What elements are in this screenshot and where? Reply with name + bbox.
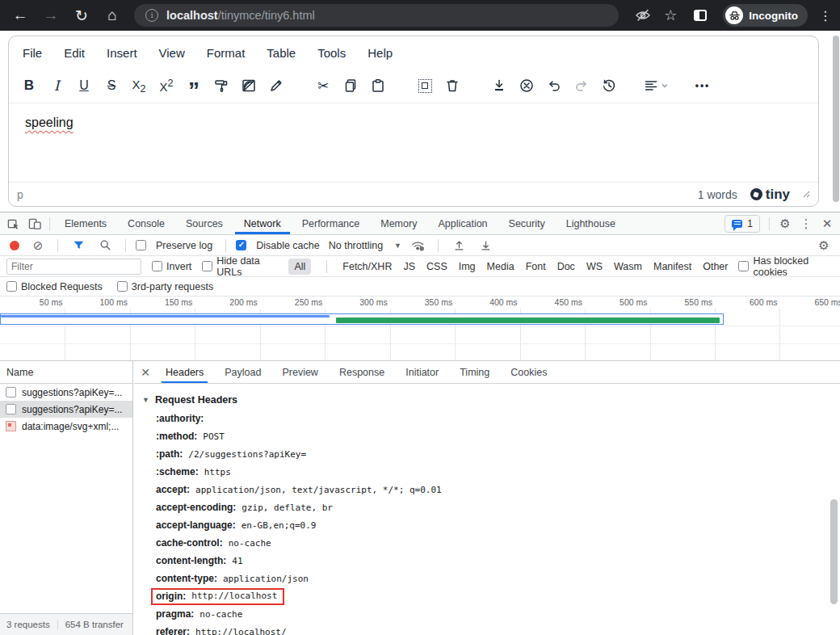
insert-image-icon[interactable] bbox=[235, 74, 262, 98]
blocked-requests-checkbox[interactable]: Blocked Requests bbox=[6, 281, 103, 292]
editor-content[interactable]: speeling bbox=[9, 103, 818, 178]
site-info-icon[interactable] bbox=[145, 9, 158, 22]
tab-security[interactable]: Security bbox=[498, 212, 556, 234]
filter-type-ws[interactable]: WS bbox=[586, 261, 603, 272]
forward-icon[interactable]: → bbox=[36, 6, 66, 24]
clear-icon[interactable]: ⊘ bbox=[28, 238, 48, 253]
tab-performance[interactable]: Performance bbox=[292, 212, 371, 234]
devtools-close-icon[interactable]: ✕ bbox=[817, 217, 837, 231]
select-all-icon[interactable] bbox=[411, 74, 439, 98]
save-icon[interactable] bbox=[485, 74, 513, 98]
resize-handle-icon[interactable] bbox=[803, 191, 810, 198]
italic-icon[interactable]: I bbox=[43, 74, 70, 98]
misspelled-word[interactable]: speeling bbox=[25, 116, 74, 129]
delete-icon[interactable] bbox=[439, 74, 466, 98]
filter-type-css[interactable]: CSS bbox=[426, 261, 447, 272]
address-bar[interactable]: localhost/tinymce/tiny6.html bbox=[134, 4, 619, 27]
disable-cache-label[interactable]: Disable cache bbox=[256, 240, 320, 251]
reload-icon[interactable]: ↻ bbox=[66, 6, 97, 25]
side-panel-icon[interactable] bbox=[694, 10, 707, 21]
word-count[interactable]: 1 words bbox=[698, 188, 737, 201]
network-settings-icon[interactable]: ⚙ bbox=[814, 238, 834, 253]
devtools-settings-icon[interactable]: ⚙ bbox=[775, 217, 795, 231]
filter-type-fetchxhr[interactable]: Fetch/XHR bbox=[342, 261, 392, 272]
blockquote-icon[interactable]: ” bbox=[180, 74, 208, 98]
back-icon[interactable]: ← bbox=[5, 6, 36, 24]
export-har-icon[interactable] bbox=[475, 235, 496, 255]
details-close-icon[interactable]: ✕ bbox=[136, 366, 155, 379]
details-tab-headers[interactable]: Headers bbox=[155, 361, 214, 383]
details-tab-initiator[interactable]: Initiator bbox=[395, 361, 449, 383]
tab-network[interactable]: Network bbox=[233, 212, 292, 234]
menu-help[interactable]: Help bbox=[368, 46, 393, 60]
home-icon[interactable]: ⌂ bbox=[97, 6, 128, 24]
permanent-pen-icon[interactable] bbox=[262, 74, 290, 98]
filter-type-font[interactable]: Font bbox=[526, 261, 546, 272]
details-tab-timing[interactable]: Timing bbox=[449, 361, 500, 383]
copy-icon[interactable] bbox=[337, 74, 364, 98]
format-painter-icon[interactable] bbox=[208, 74, 235, 98]
filter-type-wasm[interactable]: Wasm bbox=[614, 261, 642, 272]
redo-icon[interactable] bbox=[568, 74, 595, 98]
menu-format[interactable]: Format bbox=[207, 46, 246, 60]
details-tab-payload[interactable]: Payload bbox=[214, 361, 271, 383]
inspect-element-icon[interactable] bbox=[3, 212, 24, 234]
tiny-brand[interactable]: tiny bbox=[750, 187, 790, 203]
third-party-requests-checkbox[interactable]: 3rd-party requests bbox=[117, 281, 213, 292]
network-search-icon[interactable] bbox=[94, 235, 116, 255]
element-path[interactable]: p bbox=[17, 188, 23, 201]
throttling-select[interactable]: No throttling▼ bbox=[329, 240, 401, 251]
incognito-badge[interactable]: Incognito bbox=[723, 4, 808, 27]
filter-funnel-icon[interactable] bbox=[68, 235, 89, 255]
import-har-icon[interactable] bbox=[448, 235, 469, 255]
filter-type-all[interactable]: All bbox=[288, 259, 311, 275]
filter-type-manifest[interactable]: Manifest bbox=[653, 261, 691, 272]
issues-button[interactable]: 1 bbox=[724, 215, 760, 233]
request-row[interactable]: suggestions?apiKey=... bbox=[0, 401, 132, 418]
tab-lighthouse[interactable]: Lighthouse bbox=[556, 212, 626, 234]
tab-console[interactable]: Console bbox=[117, 212, 175, 234]
details-tab-preview[interactable]: Preview bbox=[271, 361, 328, 383]
menu-view[interactable]: View bbox=[159, 46, 185, 60]
tab-elements[interactable]: Elements bbox=[54, 212, 117, 234]
details-tab-response[interactable]: Response bbox=[329, 361, 395, 383]
menu-insert[interactable]: Insert bbox=[107, 46, 137, 60]
menu-tools[interactable]: Tools bbox=[317, 46, 346, 60]
hide-data-urls-checkbox[interactable]: Hide data URLs bbox=[202, 255, 278, 278]
restore-draft-icon[interactable] bbox=[595, 74, 623, 98]
network-conditions-icon[interactable] bbox=[407, 235, 428, 255]
more-icon[interactable]: ••• bbox=[689, 74, 716, 98]
devtools-menu-icon[interactable]: ⋮ bbox=[796, 217, 816, 231]
undo-icon[interactable] bbox=[540, 74, 568, 98]
filter-type-other[interactable]: Other bbox=[703, 261, 728, 272]
underline-icon[interactable]: U bbox=[70, 74, 98, 98]
tab-sources[interactable]: Sources bbox=[175, 212, 233, 234]
has-blocked-cookies-checkbox[interactable]: Has blocked cookies bbox=[738, 255, 834, 278]
superscript-icon[interactable]: X2 bbox=[153, 74, 180, 98]
invert-checkbox[interactable]: Invert bbox=[152, 261, 191, 272]
align-left-icon[interactable] bbox=[642, 74, 670, 98]
page-scrollbar[interactable] bbox=[833, 36, 839, 202]
browser-menu-icon[interactable]: ⋮ bbox=[816, 8, 835, 23]
request-row[interactable]: suggestions?apiKey=... bbox=[0, 384, 132, 401]
tab-memory[interactable]: Memory bbox=[370, 212, 427, 234]
filter-type-img[interactable]: Img bbox=[459, 261, 476, 272]
record-icon[interactable] bbox=[10, 241, 19, 250]
paste-icon[interactable] bbox=[364, 74, 392, 98]
tab-application[interactable]: Application bbox=[427, 212, 498, 234]
filter-input[interactable] bbox=[6, 259, 141, 275]
menu-file[interactable]: File bbox=[23, 46, 42, 60]
eye-off-icon[interactable] bbox=[631, 7, 655, 23]
cut-icon[interactable]: ✂ bbox=[309, 74, 337, 98]
menu-table[interactable]: Table bbox=[267, 46, 296, 60]
request-headers-section[interactable]: ▼ Request Headers bbox=[142, 390, 840, 410]
menu-edit[interactable]: Edit bbox=[64, 46, 85, 60]
network-overview-timeline[interactable]: 50 ms100 ms150 ms200 ms250 ms300 ms350 m… bbox=[0, 296, 840, 361]
device-toolbar-icon[interactable] bbox=[24, 212, 45, 234]
preserve-log-label[interactable]: Preserve log bbox=[156, 240, 212, 251]
details-tab-cookies[interactable]: Cookies bbox=[500, 361, 557, 383]
filter-type-js[interactable]: JS bbox=[403, 261, 415, 272]
details-scrollbar[interactable] bbox=[830, 499, 838, 604]
bookmark-star-icon[interactable]: ☆ bbox=[658, 6, 682, 24]
preserve-log-checkbox[interactable] bbox=[136, 240, 146, 250]
